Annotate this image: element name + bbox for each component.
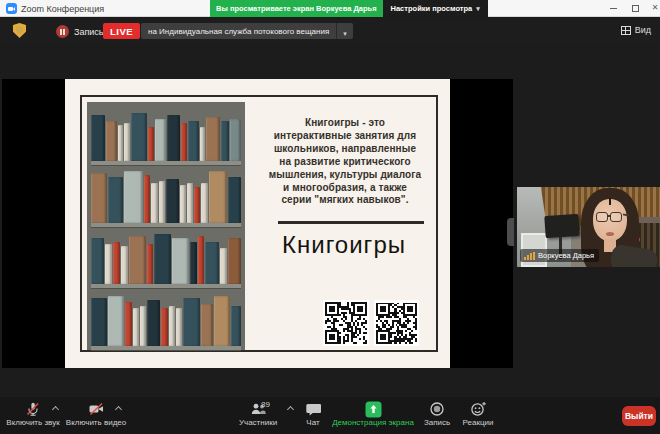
- chevron-down-icon: ▾: [343, 30, 347, 37]
- participant-video[interactable]: Воркуева Дарья: [517, 187, 660, 267]
- qr-code-icon: [374, 300, 419, 346]
- book-spine: [91, 115, 105, 161]
- shared-screen-area: Книгоигры - этоинтерактивные занятия для…: [2, 79, 513, 368]
- book-spine: [91, 298, 107, 346]
- zoom-logo-icon: [6, 3, 17, 14]
- reactions-button[interactable]: Реакции: [456, 400, 500, 431]
- book-spine: [108, 177, 124, 223]
- maximize-icon: [632, 5, 639, 12]
- book-spine: [183, 298, 199, 346]
- book-spine: [151, 183, 157, 223]
- slide-body-line: на развитие критического: [255, 156, 435, 169]
- viewing-screen-banner: Вы просматриваете экран Воркуева Дарья: [210, 0, 383, 17]
- book-spine: [169, 306, 175, 346]
- book-spine: [131, 113, 147, 161]
- book-spine: [167, 115, 181, 161]
- book-spine: [91, 173, 107, 223]
- connection-signal-icon: [524, 252, 535, 260]
- slide-body-line: интерактивные занятия для: [255, 130, 435, 143]
- chat-icon: [305, 401, 321, 417]
- slide-body-line: серии "мягких навыков".: [255, 194, 435, 207]
- camera-off-icon: [88, 401, 105, 417]
- participants-button[interactable]: 89 Участники: [226, 400, 290, 431]
- book-spine: [106, 121, 117, 161]
- book-spine: [124, 171, 143, 223]
- book-spine: [108, 296, 124, 346]
- start-video-label: Включить видео: [66, 418, 126, 428]
- book-spine: [147, 300, 160, 346]
- book-spine: [125, 302, 131, 346]
- slide-body-line: и многообразия, а также: [255, 182, 435, 195]
- bookshelf-photo: [87, 102, 245, 350]
- book-spine: [113, 242, 120, 284]
- unmute-button[interactable]: Включить звук: [4, 400, 62, 431]
- participants-count: 89: [261, 400, 270, 409]
- share-screen-button[interactable]: Демонстрация экрана: [330, 400, 416, 431]
- book-spine: [159, 181, 165, 223]
- slide-body-line: школьников, направленные: [255, 143, 435, 156]
- chat-button[interactable]: Чат: [296, 400, 330, 431]
- book-spine: [230, 119, 241, 161]
- mic-options-chevron[interactable]: [52, 406, 59, 413]
- book-spine: [176, 308, 182, 346]
- book-spine: [205, 242, 218, 284]
- minimize-button[interactable]: [604, 0, 622, 16]
- close-button[interactable]: ✕: [646, 0, 660, 16]
- record-button[interactable]: Запись: [418, 400, 456, 431]
- start-video-button[interactable]: Включить видео: [64, 400, 128, 431]
- qr-code-icon: [323, 300, 369, 346]
- minimize-icon: [610, 8, 617, 9]
- book-spine: [181, 123, 186, 161]
- glasses-icon: [596, 212, 608, 222]
- participant-name: Воркуева Дарья: [538, 251, 594, 260]
- book-spine: [105, 244, 112, 284]
- close-icon: ✕: [652, 4, 659, 12]
- book-spine: [124, 123, 129, 161]
- book-spine: [201, 183, 207, 223]
- encryption-shield-icon[interactable]: [13, 23, 26, 38]
- view-settings-dropdown[interactable]: Настройки просмотра ▾: [383, 0, 488, 17]
- book-spine: [140, 306, 146, 346]
- recording-status-label: Запись: [74, 27, 104, 37]
- leave-meeting-button[interactable]: Выйти: [622, 406, 656, 426]
- book-spine: [188, 121, 199, 161]
- book-spine: [148, 127, 153, 161]
- participants-label: Участники: [239, 418, 277, 428]
- mic-muted-icon: [25, 401, 41, 417]
- video-options-chevron[interactable]: [115, 406, 122, 413]
- meeting-top-bar: Запись LIVE на Индивидуальная служба пот…: [0, 18, 660, 44]
- view-layout-button[interactable]: Вид: [621, 25, 651, 35]
- book-spine: [198, 236, 205, 284]
- slide-body-line: мышления, культуры диалога: [255, 169, 435, 182]
- book-spine: [200, 127, 205, 161]
- book-spine: [190, 242, 197, 284]
- book-spine: [133, 308, 139, 346]
- book-spine: [206, 117, 220, 161]
- meeting-stage: Книгоигры - этоинтерактивные занятия для…: [0, 44, 660, 397]
- chat-label: Чат: [306, 418, 319, 428]
- live-stream-label: на Индивидуальная служба потокового веща…: [148, 27, 329, 36]
- view-button-label: Вид: [635, 25, 651, 35]
- reactions-smiley-icon: [470, 401, 487, 417]
- unmute-label: Включить звук: [6, 418, 59, 428]
- app-title: Zoom Конференция: [21, 4, 104, 14]
- participants-options-chevron[interactable]: [287, 406, 294, 413]
- book-spine: [172, 238, 189, 284]
- window-title-bar: Zoom Конференция Вы просматриваете экран…: [0, 0, 660, 17]
- book-spine: [228, 238, 241, 284]
- book-spine: [201, 304, 214, 346]
- slide-divider-line: [278, 221, 424, 224]
- meeting-toolbar: Включить звук Включить видео 89 Участник…: [0, 397, 660, 434]
- maximize-button[interactable]: [626, 0, 644, 16]
- book-spine: [221, 121, 229, 161]
- live-stream-dropdown[interactable]: на Индивидуальная служба потокового веща…: [141, 23, 353, 39]
- book-spine: [121, 246, 128, 284]
- book-spine: [166, 179, 179, 223]
- book-spine: [194, 187, 200, 223]
- video-panel-collapse-handle[interactable]: [507, 218, 514, 246]
- record-label: Запись: [424, 418, 450, 428]
- slide-body-line: Книгоигры - это: [255, 117, 435, 130]
- book-spine: [147, 244, 154, 284]
- recording-pause-icon[interactable]: [56, 25, 69, 38]
- book-spine: [187, 183, 193, 223]
